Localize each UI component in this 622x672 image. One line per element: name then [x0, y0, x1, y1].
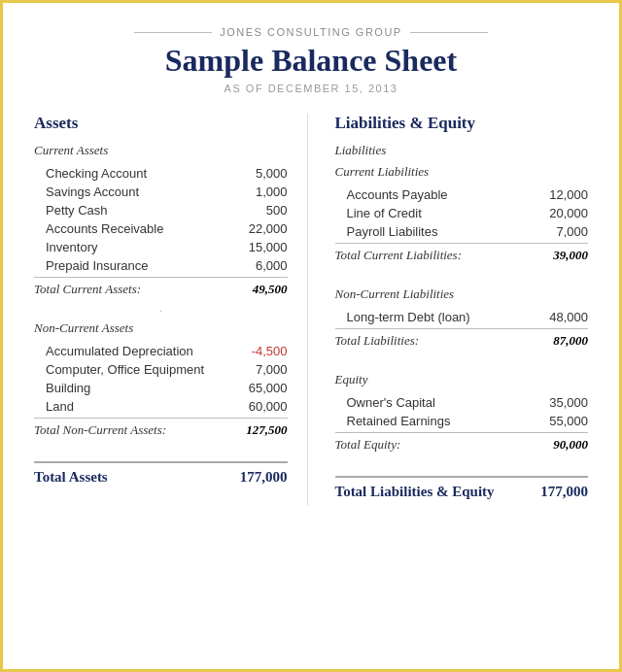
list-item: Accounts Receivable 22,000	[34, 219, 288, 238]
total-liabilities-equity-value: 177,000	[539, 484, 588, 500]
balance-sheet: JONES CONSULTING GROUP Sample Balance Sh…	[0, 0, 622, 672]
list-item: Line of Credit 20,000	[335, 204, 589, 222]
list-item: Prepaid Insurance 6,000	[34, 256, 288, 275]
rule-left	[134, 32, 212, 33]
current-assets-header: Current Assets	[34, 143, 288, 158]
list-item: Accumulated Depreciation -4,500	[34, 342, 288, 360]
total-current-liabilities: Total Current Liabilities: 39,000	[335, 243, 589, 267]
list-item: Petty Cash 500	[34, 201, 288, 219]
total-liabilities: Total Liabilities: 87,000	[335, 328, 589, 353]
spacer	[335, 456, 589, 470]
header: JONES CONSULTING GROUP Sample Balance Sh…	[34, 26, 588, 94]
rule-right	[410, 32, 488, 33]
liabilities-equity-header: Liabilities & Equity	[335, 114, 589, 133]
list-item: Building 65,000	[34, 379, 288, 397]
columns: Assets Current Assets Checking Account 5…	[34, 114, 588, 506]
current-liabilities-header: Current Liabilities	[335, 164, 589, 180]
assets-header: Assets	[34, 114, 288, 133]
total-liabilities-equity: Total Liabilities & Equity 177,000	[335, 476, 589, 506]
noncurrent-liabilities-header: Non-Current Liabilities	[335, 286, 589, 302]
liabilities-label: Liabilities	[335, 143, 589, 158]
total-liabilities-equity-label: Total Liabilities & Equity	[335, 484, 495, 500]
company-name: JONES CONSULTING GROUP	[220, 26, 401, 38]
noncurrent-assets-header: Non-Current Assets	[34, 320, 288, 336]
list-item: Computer, Office Equipment 7,000	[34, 360, 288, 379]
sheet-title: Sample Balance Sheet	[34, 42, 588, 79]
list-item: Land 60,000	[34, 397, 288, 416]
list-item: Inventory 15,000	[34, 238, 288, 256]
spacer	[335, 353, 589, 366]
spacer	[34, 442, 288, 455]
assets-column: Assets Current Assets Checking Account 5…	[34, 114, 308, 506]
sheet-date: AS OF DECEMBER 15, 2013	[34, 83, 588, 94]
liabilities-column: Liabilities & Equity Liabilities Current…	[308, 114, 589, 506]
total-noncurrent-assets: Total Non-Current Assets: 127,500	[34, 418, 288, 442]
list-item: Retained Earnings 55,000	[335, 412, 589, 430]
list-item: Owner's Capital 35,000	[335, 393, 589, 412]
company-line: JONES CONSULTING GROUP	[34, 26, 588, 38]
list-item: Savings Account 1,000	[34, 183, 288, 201]
dot-spacer: .	[34, 301, 288, 315]
total-current-assets: Total Current Assets: 49,500	[34, 277, 288, 301]
total-assets-value: 177,000	[239, 469, 288, 486]
list-item: Accounts Payable 12,000	[335, 185, 589, 204]
list-item: Checking Account 5,000	[34, 164, 288, 183]
equity-header: Equity	[335, 372, 589, 387]
total-assets: Total Assets 177,000	[34, 461, 288, 491]
total-equity: Total Equity: 90,000	[335, 432, 589, 456]
list-item: Long-term Debt (loan) 48,000	[335, 308, 589, 326]
total-assets-label: Total Assets	[34, 469, 108, 486]
list-item: Payroll Liabilites 7,000	[335, 222, 589, 241]
spacer	[335, 267, 589, 281]
